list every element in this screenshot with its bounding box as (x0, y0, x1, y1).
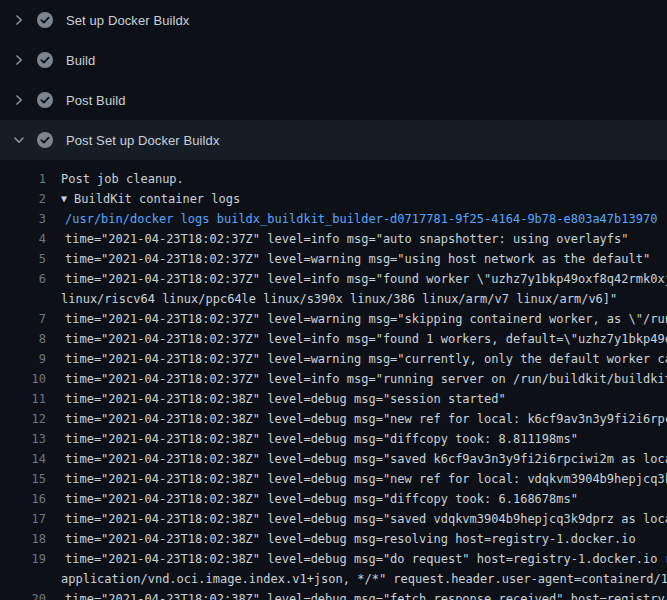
line-number[interactable]: 13 (0, 429, 46, 449)
log-text: time="2021-04-23T18:02:37Z" level=warnin… (65, 309, 667, 329)
log-text: time="2021-04-23T18:02:38Z" level=debug … (65, 509, 667, 529)
step-header-set-up-docker-buildx[interactable]: Set up Docker Buildx (0, 0, 667, 40)
line-number[interactable]: 6 (0, 269, 46, 289)
disclosure-triangle-icon[interactable]: ▼ (61, 189, 67, 209)
log-text: time="2021-04-23T18:02:38Z" level=debug … (65, 389, 506, 409)
log-row: 3 /usr/bin/docker logs buildx_buildkit_b… (0, 209, 667, 229)
log-text: application/vnd.oci.image.index.v1+json,… (61, 569, 667, 589)
log-text: /usr/bin/docker logs buildx_buildkit_bui… (65, 209, 657, 229)
line-number[interactable]: 4 (0, 229, 46, 249)
log-row: 13 time="2021-04-23T18:02:38Z" level=deb… (0, 429, 667, 449)
log-row: 14 time="2021-04-23T18:02:38Z" level=deb… (0, 449, 667, 469)
log-text: time="2021-04-23T18:02:37Z" level=warnin… (65, 249, 650, 269)
log-row: 2 ▼ BuildKit container logs (0, 189, 667, 209)
log-row: 8 time="2021-04-23T18:02:37Z" level=info… (0, 329, 667, 349)
log-text: time="2021-04-23T18:02:38Z" level=debug … (65, 429, 578, 449)
log-text: time="2021-04-23T18:02:37Z" level=info m… (65, 269, 667, 289)
log-row: linux/riscv64 linux/ppc64le linux/s390x … (0, 289, 667, 309)
log-row: 12 time="2021-04-23T18:02:38Z" level=deb… (0, 409, 667, 429)
line-number[interactable]: 20 (0, 589, 46, 600)
actions-log-panel: Set up Docker Buildx Build Post Build Po… (0, 0, 667, 600)
step-label: Build (66, 53, 95, 68)
chevron-right-icon (12, 53, 26, 67)
line-number[interactable]: 7 (0, 309, 46, 329)
line-number[interactable]: 14 (0, 449, 46, 469)
line-number[interactable]: 3 (0, 209, 46, 229)
log-row: 10 time="2021-04-23T18:02:37Z" level=inf… (0, 369, 667, 389)
log-row: 6 time="2021-04-23T18:02:37Z" level=info… (0, 269, 667, 289)
chevron-right-icon (12, 93, 26, 107)
line-number[interactable]: 11 (0, 389, 46, 409)
check-circle-icon (37, 12, 53, 28)
log-text: time="2021-04-23T18:02:38Z" level=debug … (65, 449, 667, 469)
log-text: BuildKit container logs (74, 189, 240, 209)
log-row: 11 time="2021-04-23T18:02:38Z" level=deb… (0, 389, 667, 409)
log-rows: 1 Post job cleanup. 2 ▼ BuildKit contain… (0, 160, 667, 600)
line-number[interactable]: 9 (0, 349, 46, 369)
log-text: time="2021-04-23T18:02:37Z" level=info m… (65, 329, 667, 349)
log-text: time="2021-04-23T18:02:38Z" level=debug … (65, 529, 636, 549)
log-text: time="2021-04-23T18:02:38Z" level=debug … (65, 489, 578, 509)
line-number[interactable]: 8 (0, 329, 46, 349)
log-row: 1 Post job cleanup. (0, 169, 667, 189)
log-row: 16 time="2021-04-23T18:02:38Z" level=deb… (0, 489, 667, 509)
log-row: application/vnd.oci.image.index.v1+json,… (0, 569, 667, 589)
line-number[interactable]: 10 (0, 369, 46, 389)
log-row: 19 time="2021-04-23T18:02:38Z" level=deb… (0, 549, 667, 569)
log-row: 7 time="2021-04-23T18:02:37Z" level=warn… (0, 309, 667, 329)
log-row: 15 time="2021-04-23T18:02:38Z" level=deb… (0, 469, 667, 489)
log-text: time="2021-04-23T18:02:38Z" level=debug … (65, 549, 667, 569)
line-number[interactable]: 1 (0, 169, 46, 189)
step-header-post-set-up-docker-buildx[interactable]: Post Set up Docker Buildx (0, 120, 667, 160)
log-row: 17 time="2021-04-23T18:02:38Z" level=deb… (0, 509, 667, 529)
line-number[interactable]: 15 (0, 469, 46, 489)
chevron-down-icon (12, 133, 26, 147)
log-row: 18 time="2021-04-23T18:02:38Z" level=deb… (0, 529, 667, 549)
log-text: time="2021-04-23T18:02:38Z" level=debug … (65, 589, 667, 600)
log-row: 4 time="2021-04-23T18:02:37Z" level=info… (0, 229, 667, 249)
log-row: 20 time="2021-04-23T18:02:38Z" level=deb… (0, 589, 667, 600)
step-label: Post Build (66, 93, 126, 108)
chevron-right-icon (12, 13, 26, 27)
log-text: time="2021-04-23T18:02:38Z" level=debug … (65, 409, 667, 429)
check-circle-icon (37, 52, 53, 68)
line-number[interactable]: 5 (0, 249, 46, 269)
line-number[interactable]: 18 (0, 529, 46, 549)
log-text: time="2021-04-23T18:02:37Z" level=warnin… (65, 349, 667, 369)
line-number[interactable] (0, 289, 46, 309)
line-number[interactable]: 2 (0, 189, 46, 209)
check-circle-icon (37, 92, 53, 108)
line-number[interactable] (0, 569, 46, 589)
step-header-build[interactable]: Build (0, 40, 667, 80)
check-circle-icon (37, 132, 53, 148)
log-row: 9 time="2021-04-23T18:02:37Z" level=warn… (0, 349, 667, 369)
line-number[interactable]: 12 (0, 409, 46, 429)
line-number[interactable]: 17 (0, 509, 46, 529)
log-text: time="2021-04-23T18:02:37Z" level=info m… (65, 369, 667, 389)
log-text: time="2021-04-23T18:02:38Z" level=debug … (65, 469, 667, 489)
step-label: Set up Docker Buildx (66, 13, 189, 28)
log-text: linux/riscv64 linux/ppc64le linux/s390x … (61, 289, 617, 309)
step-label: Post Set up Docker Buildx (66, 133, 220, 148)
line-number[interactable]: 16 (0, 489, 46, 509)
log-row: 5 time="2021-04-23T18:02:37Z" level=warn… (0, 249, 667, 269)
log-text: Post job cleanup. (61, 169, 184, 189)
step-header-post-build[interactable]: Post Build (0, 80, 667, 120)
log-text: time="2021-04-23T18:02:37Z" level=info m… (65, 229, 629, 249)
line-number[interactable]: 19 (0, 549, 46, 569)
